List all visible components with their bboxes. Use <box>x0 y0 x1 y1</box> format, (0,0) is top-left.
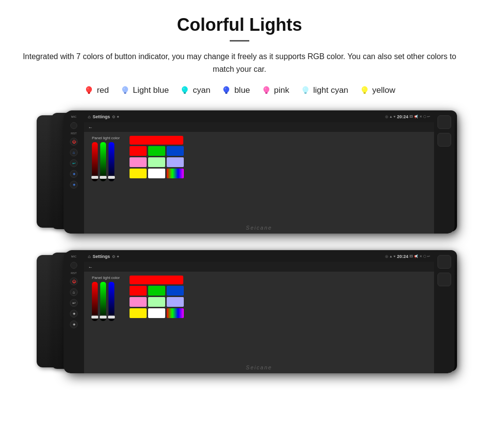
green-slider-thumb <box>100 176 107 179</box>
status-left-b: ⌂ Settings ⚙ ✦ <box>88 254 120 259</box>
title-divider <box>230 40 249 42</box>
green-slider-thumb-b <box>100 316 107 319</box>
swatch-white-b[interactable] <box>148 308 165 318</box>
back-nav-icon-b[interactable]: ← <box>88 264 93 270</box>
main-content-top: Panel light color <box>84 132 434 234</box>
swatch-red[interactable] <box>130 146 147 156</box>
page-title: Colorful Lights <box>20 15 459 35</box>
status-right-b: ◎ ▲ ♥ 20:24 🖼 📢 ✕ ⬡ ↩ <box>385 254 430 259</box>
swatch-yellow[interactable] <box>130 169 147 178</box>
back-nav-icon[interactable]: ← <box>88 125 93 130</box>
svg-point-34 <box>363 87 364 89</box>
red-bulb-icon <box>84 85 94 96</box>
status-bar-top: ⌂ Settings ⚙ ✦ ◎ ▲ ♥ 20:24 🖼 📢 ✕ ⬡ ↩ <box>84 111 434 122</box>
back-btn-1[interactable]: ↩ <box>70 159 78 167</box>
svg-point-8 <box>122 86 128 93</box>
swatch-green-b[interactable] <box>148 286 165 296</box>
knob-bottom-1[interactable] <box>70 262 77 269</box>
device-showcase-top: MIC RST ⏻ ⌂ ↩ ◈ ◈ <box>20 110 459 236</box>
swatch-rainbow[interactable] <box>167 169 184 178</box>
swatch-light-blue-b[interactable] <box>167 297 184 307</box>
swatch-row-b1 <box>130 286 184 296</box>
red-slider[interactable] <box>92 142 98 181</box>
color-pill-pink: pink <box>261 85 289 96</box>
extra-btn-b[interactable]: ◈ <box>70 320 78 328</box>
rst-label-b: RST <box>71 272 77 275</box>
color-label-light-blue: Light blue <box>133 85 169 95</box>
svg-rect-17 <box>225 93 227 94</box>
extra-btn-1[interactable]: ◈ <box>70 181 78 189</box>
color-pill-yellow: yellow <box>359 85 395 96</box>
home-btn-b[interactable]: ⌂ <box>70 288 78 296</box>
green-slider[interactable] <box>100 142 106 181</box>
vol-btn-b[interactable]: ◈ <box>70 310 78 318</box>
color-label-red: red <box>97 85 109 95</box>
color-pill-blue: blue <box>221 85 250 96</box>
svg-point-9 <box>123 87 125 89</box>
yellow-bulb-icon <box>359 85 370 96</box>
swatch-light-blue[interactable] <box>167 157 184 167</box>
swatch-rainbow-b[interactable] <box>167 308 184 318</box>
swatch-blue[interactable] <box>167 146 184 156</box>
color-pill-cyan: cyan <box>179 85 210 96</box>
page-description: Integrated with 7 colors of button indic… <box>20 50 459 75</box>
power-btn-1[interactable]: ⏻ <box>70 138 78 146</box>
swatch-blue-b[interactable] <box>167 286 184 296</box>
swatch-red-b[interactable] <box>130 286 147 296</box>
sliders-section: Panel light color <box>92 136 120 181</box>
status-right: ◎ ▲ ♥ 20:24 🖼 📢 ✕ ⬡ ↩ <box>385 114 430 119</box>
swatch-pink[interactable] <box>130 157 147 167</box>
color-pill-light-cyan: light cyan <box>300 85 348 96</box>
nav-bar-top: ← <box>84 122 434 132</box>
green-slider-b[interactable] <box>100 282 106 321</box>
rgb-sliders-b <box>92 282 120 321</box>
red-slider-thumb <box>91 176 98 179</box>
svg-rect-12 <box>184 93 186 94</box>
color-pill-light-blue: Light blue <box>120 85 169 96</box>
svg-point-14 <box>183 87 185 89</box>
red-slider-thumb-b <box>91 316 98 319</box>
swatch-row-b3 <box>130 308 184 318</box>
rst-label-1: RST <box>71 132 77 135</box>
right-panel-bottom <box>434 251 455 373</box>
light-blue-bulb-icon <box>120 85 131 96</box>
blue-slider-thumb-b <box>108 316 115 319</box>
knob-top-1[interactable] <box>70 122 77 129</box>
right-knob[interactable] <box>437 115 451 129</box>
swatch-white[interactable] <box>148 169 165 178</box>
blue-slider-b[interactable] <box>109 282 114 321</box>
swatch-yellow-b[interactable] <box>130 308 147 318</box>
swatch-green[interactable] <box>148 146 165 156</box>
sliders-section-b: Panel light color <box>92 276 120 321</box>
main-content-bottom: Panel light color <box>84 272 434 373</box>
right-knob-b[interactable] <box>437 255 451 269</box>
blue-slider[interactable] <box>109 142 114 181</box>
svg-point-19 <box>225 87 226 89</box>
page-container: Colorful Lights Integrated with 7 colors… <box>0 0 479 407</box>
color-pills-row: red Light blue cyan <box>20 85 459 96</box>
right-panel-top <box>434 111 455 234</box>
main-device-unit-top: MIC RST ⏻ ⌂ ↩ ◈ ◈ <box>64 111 455 234</box>
nav-bar-bottom: ← <box>84 262 434 272</box>
power-btn-b[interactable]: ⏻ <box>70 277 78 285</box>
right-knob-b2[interactable] <box>437 273 451 286</box>
red-slider-b[interactable] <box>92 282 98 321</box>
swatch-pink-b[interactable] <box>130 297 147 307</box>
vol-btn-1[interactable]: ◈ <box>70 170 78 178</box>
svg-point-28 <box>303 86 308 93</box>
right-knob-2[interactable] <box>437 133 451 147</box>
preview-bar-red-b <box>130 276 183 284</box>
svg-rect-22 <box>265 93 267 94</box>
swatch-row-b2 <box>130 297 184 307</box>
svg-point-13 <box>182 86 188 93</box>
blue-bulb-icon <box>221 85 232 96</box>
swatch-light-green-b[interactable] <box>148 297 165 307</box>
mic-label: MIC <box>71 115 77 118</box>
swatch-light-green[interactable] <box>148 157 165 167</box>
screen-area-bottom: ⌂ Settings ⚙ ✦ ◎ ▲ ♥ 20:24 🖼 📢 ✕ ⬡ ↩ ← <box>84 251 434 373</box>
back-btn-b[interactable]: ↩ <box>70 299 78 307</box>
swatch-row-2 <box>130 157 184 167</box>
swatches-section <box>130 136 184 178</box>
blue-slider-thumb <box>108 176 115 179</box>
home-btn-1[interactable]: ⌂ <box>70 149 78 156</box>
